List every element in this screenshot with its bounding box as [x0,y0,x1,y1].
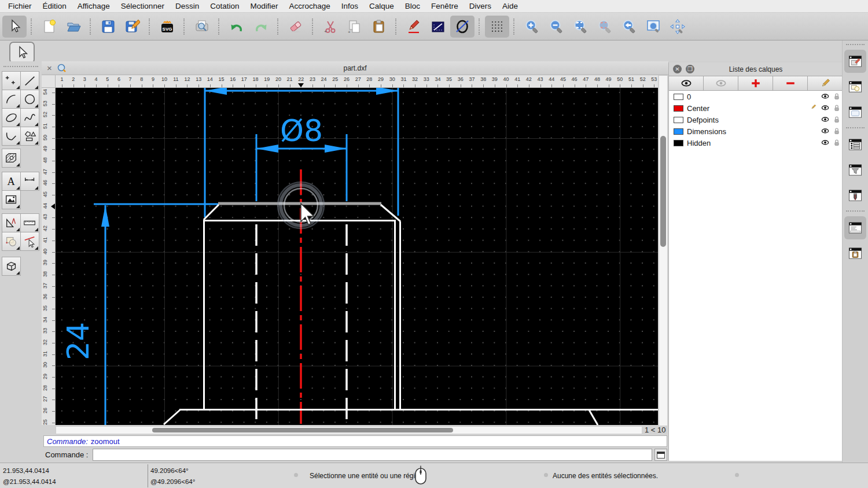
menu-affichage[interactable]: Affichage [78,2,110,10]
copy-button[interactable]: + [343,16,367,38]
command-input[interactable] [93,449,652,461]
current-tool-button[interactable] [9,42,35,64]
layer-row-center[interactable]: Center [669,102,843,114]
layer-visibility-toggle[interactable] [819,92,831,101]
ellipse-tool-button[interactable] [450,16,475,38]
draw-pen-button[interactable] [402,16,426,38]
layer-visibility-toggle[interactable] [819,138,831,147]
zoom-pan-button[interactable] [665,16,690,38]
image-tool-button[interactable] [2,190,21,209]
dimension-height[interactable]: 24 [61,204,218,425]
paste-button[interactable] [367,16,391,38]
menu-calque[interactable]: Calque [369,2,394,10]
circle-tool-button[interactable] [20,90,39,109]
menu-cotation[interactable]: Cotation [210,2,239,10]
win-layers-toggle-button[interactable] [844,50,866,73]
layer-visibility-toggle[interactable] [819,127,831,136]
save-as-button[interactable] [120,16,145,38]
delete-eraser-button[interactable] [284,16,308,38]
layers-list: 0CenterDefpointsDimensionsHidden [669,91,843,461]
ellipse-tool-button[interactable] [2,108,21,127]
menu-infos[interactable]: Infos [341,2,358,10]
vruler-tick [52,389,55,389]
cut-button[interactable]: + [318,16,343,38]
win-blocks-toggle-button[interactable] [844,75,866,98]
points-tool-button[interactable] [2,71,21,90]
vruler-number: 37 [42,283,48,289]
save-button[interactable] [96,16,120,38]
select-arrow-button[interactable] [2,16,27,38]
svg-text:SVG: SVG [163,26,172,31]
add-layer-button[interactable] [738,76,773,91]
layer-visibility-toggle[interactable] [819,115,831,124]
win-clipboard-toggle-button[interactable] [844,242,866,265]
layer-row-0[interactable]: 0 [669,91,843,102]
command-detach-button[interactable] [654,449,667,461]
solid-tool-button[interactable] [2,257,21,276]
snap-grid-button[interactable] [485,16,509,38]
line-tool-button[interactable] [426,16,450,38]
ruler-tool-button[interactable] [20,213,39,232]
win-entities-toggle-button[interactable] [844,133,866,156]
zoom-window-button[interactable] [641,16,665,38]
line-tool-button[interactable] [20,71,39,90]
zoom-select-button[interactable] [593,16,617,38]
horizontal-scrollbar-thumb[interactable] [152,428,453,432]
remove-layer-button[interactable] [773,76,808,91]
edit-layer-button[interactable] [807,76,843,91]
menu-divers[interactable]: Divers [469,2,491,10]
layer-row-defpoints[interactable]: Defpoints [669,114,843,125]
zoom-in-button[interactable] [520,16,544,38]
menu-accrochage[interactable]: Accrochage [289,2,330,10]
win-library-toggle-button[interactable] [844,101,866,124]
hide-all-layers-button[interactable] [703,76,738,91]
menu-slectionner[interactable]: Sélectionner [121,2,164,10]
export-svg-button[interactable]: SVG [155,16,179,38]
win-command-toggle-button[interactable] [844,216,866,239]
polygon-tool-button[interactable] [20,127,39,146]
menu-dessin[interactable]: Dessin [175,2,199,10]
win-pen-toggle-button[interactable] [844,184,866,207]
zoom-previous-button[interactable] [617,16,641,38]
undo-button[interactable] [225,16,249,38]
layer-lock-toggle[interactable] [831,103,843,113]
layer-lock-toggle[interactable] [831,127,843,136]
layer-visibility-toggle[interactable] [819,103,831,113]
new-document-button[interactable] [37,16,61,38]
vertical-scrollbar[interactable] [659,75,668,426]
polyline-tool-button[interactable] [2,127,21,146]
horizontal-scrollbar[interactable] [56,426,642,434]
print-preview-button[interactable] [190,16,214,38]
redo-button[interactable] [249,16,273,38]
zoom-out-button[interactable] [544,16,568,38]
vertical-scrollbar-thumb[interactable] [660,136,666,247]
measure-tool-button[interactable] [2,213,21,232]
zoom-auto-button[interactable] [568,16,593,38]
text-tool-button[interactable]: A [2,172,21,191]
menu-aide[interactable]: Aide [502,2,518,10]
dimension-tool-button[interactable] [20,172,39,191]
layer-lock-toggle[interactable] [831,115,843,124]
menu-dition[interactable]: Édition [43,2,67,10]
arc-tool-button[interactable] [2,90,21,109]
spline-tool-button[interactable] [20,108,39,127]
hatch-tool-button[interactable] [2,149,21,168]
layer-lock-toggle[interactable] [831,92,843,101]
drawing-canvas[interactable]: Ø8 24 [56,88,658,425]
win-filter-toggle-button[interactable] [844,158,866,182]
menu-modifier[interactable]: Modifier [250,2,278,10]
layer-row-dimensions[interactable]: Dimensions [669,125,843,137]
modify-tool-button[interactable] [2,232,21,251]
show-all-layers-button[interactable] [668,76,704,91]
menu-fentre[interactable]: Fenêtre [431,2,458,10]
part-outline[interactable] [164,205,658,425]
open-file-button[interactable] [61,16,86,38]
hruler-tick [620,84,620,87]
menu-fichier[interactable]: Fichier [8,2,32,10]
layer-row-hidden[interactable]: Hidden [669,137,843,149]
dimension-width[interactable] [205,88,398,217]
select-entity-tool-button[interactable] [20,232,39,251]
layer-lock-toggle[interactable] [831,138,843,147]
statusbar-separator [148,464,148,487]
menu-bloc[interactable]: Bloc [405,2,420,10]
